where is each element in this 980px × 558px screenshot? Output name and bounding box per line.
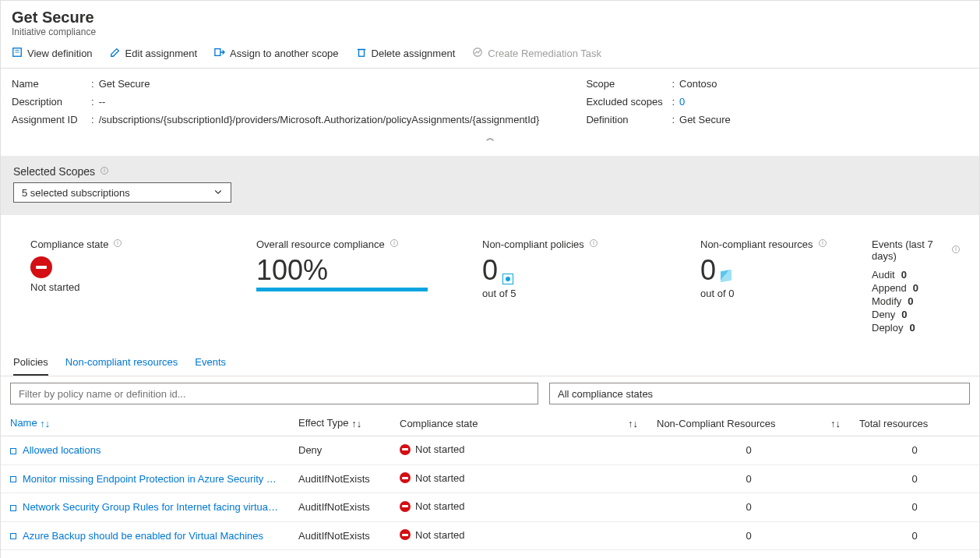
table-row: Azure Backup should be enabled for Virtu… [1, 521, 979, 550]
page-title: Get Secure [12, 9, 968, 26]
svg-text:i: i [104, 168, 105, 173]
selected-scopes-label: Selected Scopes [13, 165, 95, 178]
pencil-icon [110, 47, 121, 60]
meta-scope-label: Scope [586, 78, 670, 90]
view-definition-button[interactable]: View definition [12, 47, 93, 60]
meta-excluded-label: Excluded scopes [586, 96, 670, 108]
tab-events[interactable]: Events [195, 350, 226, 376]
remediation-icon [472, 47, 483, 60]
delete-assignment-label: Delete assignment [372, 48, 456, 59]
chevron-down-icon [213, 187, 223, 199]
event-row: Audit0 [872, 268, 961, 281]
info-icon: i [951, 245, 961, 256]
meta-name-label: Name [12, 78, 90, 90]
compliance-bar [256, 288, 428, 291]
info-icon: i [818, 238, 827, 250]
page-subtitle: Initiative compliance [12, 26, 968, 37]
create-remediation-button: Create Remediation Task [472, 47, 601, 60]
assign-scope-label: Assign to another scope [230, 48, 338, 59]
info-icon: i [113, 238, 122, 250]
effect-cell: AuditIfNotExists [289, 550, 390, 558]
tab-policies[interactable]: Policies [13, 350, 48, 376]
sort-icon: ↑↓ [830, 418, 841, 429]
event-row: Deny0 [872, 308, 961, 321]
effect-cell: AuditIfNotExists [289, 464, 390, 493]
compliance-state-filter[interactable]: All compliance states [549, 383, 970, 404]
compliance-state-title: Compliance state [30, 238, 108, 250]
meta-name-value: Get Secure [99, 78, 150, 90]
row-indicator-icon [10, 448, 16, 454]
policies-table: Name ↑↓ Effect Type ↑↓ Compliance state … [1, 411, 979, 558]
meta-assignment-id-value: /subscriptions/{subscriptionId}/provider… [99, 114, 540, 125]
svg-text:i: i [822, 240, 823, 245]
compliance-state-value: Not started [30, 281, 241, 293]
collapse-toggle[interactable]: ︽ [12, 132, 968, 143]
table-row: Network Security Group Rules for Interne… [1, 493, 979, 522]
col-state[interactable]: Compliance state ↑↓ [390, 411, 647, 436]
trash-icon [356, 47, 367, 60]
total-cell: 0 [850, 436, 979, 465]
meta-excluded-value[interactable]: 0 [679, 96, 685, 108]
overall-compliance-value: 100% [256, 256, 467, 284]
np-policies-title: Non-compliant policies [482, 238, 584, 250]
col-effect[interactable]: Effect Type ↑↓ [289, 411, 390, 436]
sort-icon: ↑↓ [351, 418, 361, 429]
scopes-dropdown[interactable]: 5 selected subscriptions [13, 182, 231, 203]
total-cell: 0 [850, 521, 979, 550]
view-definition-label: View definition [27, 48, 93, 59]
policy-name-link[interactable]: Allowed locations [23, 444, 100, 456]
svg-rect-3 [215, 49, 220, 56]
meta-definition-value: Get Secure [679, 114, 731, 125]
col-noncompliant[interactable]: Non-Compliant Resources ↑↓ [647, 411, 850, 436]
not-started-icon [400, 529, 411, 540]
not-started-icon [400, 444, 411, 455]
table-row: Disk encryption should be applied on vir… [1, 550, 979, 558]
not-started-icon [400, 501, 411, 512]
total-cell: 0 [850, 464, 979, 493]
col-total[interactable]: Total resources [850, 411, 979, 436]
event-row: Append0 [872, 281, 961, 295]
event-row: Deploy0 [872, 321, 961, 334]
overall-compliance-title: Overall resource compliance [256, 238, 385, 250]
status-badge: Not started [400, 472, 465, 484]
svg-text:i: i [393, 240, 395, 245]
events-title: Events (last 7 days) [872, 238, 947, 262]
meta-description-value: -- [99, 96, 106, 108]
svg-rect-4 [358, 50, 364, 57]
noncompliant-cell: 0 [647, 493, 850, 522]
not-started-icon [400, 472, 411, 483]
toolbar: View definition Edit assignment Assign t… [1, 39, 979, 69]
svg-text:i: i [118, 240, 119, 245]
policy-name-link[interactable]: Monitor missing Endpoint Protection in A… [23, 473, 277, 485]
np-resources-title: Non-compliant resources [700, 238, 813, 250]
resource-icon [721, 270, 731, 282]
policy-name-link[interactable]: Azure Backup should be enabled for Virtu… [23, 530, 263, 542]
tab-noncompliant-resources[interactable]: Non-compliant resources [65, 350, 178, 376]
delete-assignment-button[interactable]: Delete assignment [356, 47, 456, 60]
np-resources-sub: out of 0 [700, 288, 856, 299]
meta-description-label: Description [12, 96, 90, 108]
col-name[interactable]: Name ↑↓ [1, 411, 289, 436]
sort-icon: ↑↓ [628, 418, 638, 429]
np-resources-value: 0 [700, 256, 716, 284]
edit-assignment-label: Edit assignment [125, 48, 198, 59]
noncompliant-cell: 0 [647, 464, 850, 493]
meta-definition-label: Definition [586, 114, 670, 125]
policy-filter-input[interactable] [10, 383, 538, 404]
effect-cell: AuditIfNotExists [289, 493, 390, 522]
status-badge: Not started [400, 500, 465, 512]
info-icon: i [589, 238, 598, 250]
total-cell: 0 [850, 493, 979, 522]
row-indicator-icon [10, 505, 16, 511]
view-definition-icon [12, 47, 23, 60]
tabs: Policies Non-compliant resources Events [1, 350, 979, 376]
assign-scope-button[interactable]: Assign to another scope [214, 47, 338, 60]
table-row: Allowed locationsDenyNot started00 [1, 436, 979, 465]
not-started-icon [30, 256, 52, 278]
np-policies-sub: out of 5 [482, 288, 685, 299]
status-badge: Not started [400, 529, 465, 541]
effect-cell: Deny [289, 436, 390, 465]
policy-name-link[interactable]: Network Security Group Rules for Interne… [23, 501, 278, 513]
sort-icon: ↑↓ [40, 418, 50, 429]
edit-assignment-button[interactable]: Edit assignment [110, 47, 198, 60]
